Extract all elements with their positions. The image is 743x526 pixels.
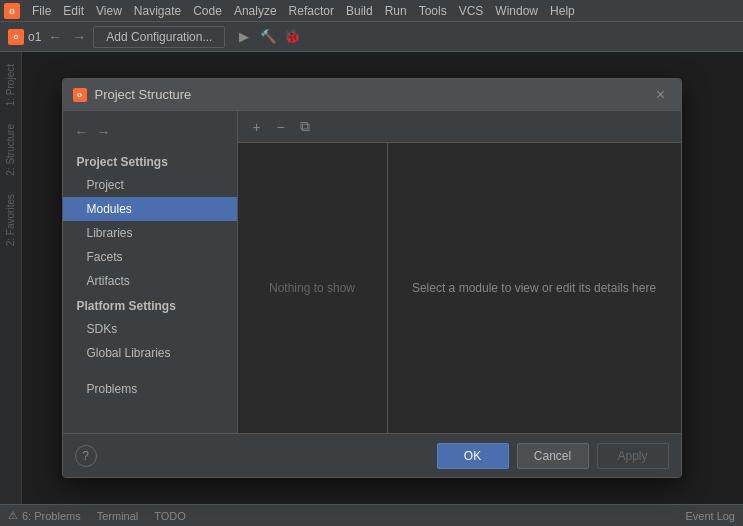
nav-item-facets[interactable]: Facets	[63, 245, 237, 269]
nav-forward-button[interactable]: →	[95, 123, 113, 141]
footer-action-buttons: OK Cancel Apply	[437, 443, 669, 469]
menu-tools[interactable]: Tools	[413, 2, 453, 20]
menu-refactor[interactable]: Refactor	[283, 2, 340, 20]
dialog-footer: ? OK Cancel Apply	[63, 433, 681, 477]
nav-item-global-libraries[interactable]: Global Libraries	[63, 341, 237, 365]
menu-vcs[interactable]: VCS	[453, 2, 490, 20]
dialog-title-text: Project Structure	[95, 87, 651, 102]
dialog-title-bar: o Project Structure ×	[63, 79, 681, 111]
dialog-content: + − ⧉ Nothing to show Select a module to…	[238, 111, 681, 433]
toolbar-logo: o	[8, 29, 24, 45]
warning-icon: ⚠	[8, 509, 18, 522]
terminal-status[interactable]: Terminal	[97, 510, 139, 522]
nav-item-artifacts[interactable]: Artifacts	[63, 269, 237, 293]
dialog-nav: ← → Project Settings Project Modules Lib…	[63, 111, 238, 433]
menu-window[interactable]: Window	[489, 2, 544, 20]
todo-label: TODO	[154, 510, 186, 522]
nav-item-problems[interactable]: Problems	[63, 377, 237, 401]
run-button[interactable]: ▶	[233, 26, 255, 48]
project-structure-dialog: o Project Structure × ← → Project Settin…	[62, 78, 682, 478]
event-log-status[interactable]: Event Log	[685, 510, 735, 522]
platform-settings-header: Platform Settings	[63, 293, 237, 317]
toolbar: o o1 ← → Add Configuration... ▶ 🔨 🐞	[0, 22, 743, 52]
remove-module-button[interactable]: −	[270, 116, 292, 138]
nav-item-modules[interactable]: Modules	[63, 197, 237, 221]
dialog-panels: Nothing to show Select a module to view …	[238, 143, 681, 433]
dialog-title-icon: o	[73, 88, 87, 102]
cancel-button[interactable]: Cancel	[517, 443, 589, 469]
module-details-panel: Select a module to view or edit its deta…	[388, 143, 681, 433]
apply-button[interactable]: Apply	[597, 443, 669, 469]
menu-code[interactable]: Code	[187, 2, 228, 20]
project-settings-header: Project Settings	[63, 149, 237, 173]
menu-view[interactable]: View	[90, 2, 128, 20]
todo-status[interactable]: TODO	[154, 510, 186, 522]
terminal-label: Terminal	[97, 510, 139, 522]
modules-list-panel: Nothing to show	[238, 143, 388, 433]
dialog-close-button[interactable]: ×	[651, 85, 671, 105]
nav-back-row: ← →	[63, 119, 237, 149]
menu-run[interactable]: Run	[379, 2, 413, 20]
ok-button[interactable]: OK	[437, 443, 509, 469]
add-module-button[interactable]: +	[246, 116, 268, 138]
dialog-body: ← → Project Settings Project Modules Lib…	[63, 111, 681, 433]
toolbar-run-controls: ▶ 🔨 🐞	[233, 26, 303, 48]
nav-back-button[interactable]: ←	[73, 123, 91, 141]
dialog-overlay: o Project Structure × ← → Project Settin…	[0, 52, 743, 504]
menu-edit[interactable]: Edit	[57, 2, 90, 20]
problems-status[interactable]: ⚠ 6: Problems	[8, 509, 81, 522]
debug-button[interactable]: 🐞	[281, 26, 303, 48]
menu-file[interactable]: File	[26, 2, 57, 20]
toolbar-forward-btn[interactable]: →	[69, 27, 89, 47]
select-module-message: Select a module to view or edit its deta…	[412, 281, 656, 295]
menu-bar: o File Edit View Navigate Code Analyze R…	[0, 0, 743, 22]
nav-item-sdks[interactable]: SDKs	[63, 317, 237, 341]
nothing-to-show-text: Nothing to show	[269, 281, 355, 295]
menu-navigate[interactable]: Navigate	[128, 2, 187, 20]
copy-module-button[interactable]: ⧉	[294, 116, 316, 138]
build-button[interactable]: 🔨	[257, 26, 279, 48]
nav-item-libraries[interactable]: Libraries	[63, 221, 237, 245]
dialog-content-toolbar: + − ⧉	[238, 111, 681, 143]
problems-label: 6: Problems	[22, 510, 81, 522]
menu-help[interactable]: Help	[544, 2, 581, 20]
status-bar: ⚠ 6: Problems Terminal TODO Event Log	[0, 504, 743, 526]
toolbar-project-name: o1	[28, 30, 41, 44]
toolbar-back-btn[interactable]: ←	[45, 27, 65, 47]
nav-item-project[interactable]: Project	[63, 173, 237, 197]
menu-analyze[interactable]: Analyze	[228, 2, 283, 20]
menu-build[interactable]: Build	[340, 2, 379, 20]
add-configuration-button[interactable]: Add Configuration...	[93, 26, 225, 48]
app-logo: o	[4, 3, 20, 19]
event-log-label: Event Log	[685, 510, 735, 522]
help-button[interactable]: ?	[75, 445, 97, 467]
